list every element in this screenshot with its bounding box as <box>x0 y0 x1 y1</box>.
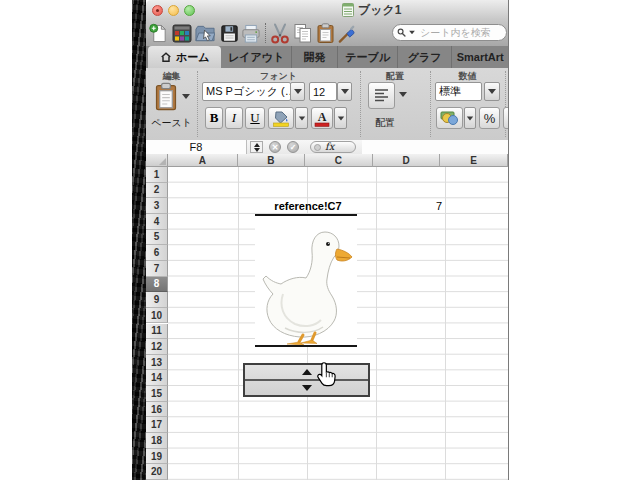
fill-color-icon <box>272 110 290 127</box>
currency-style-button[interactable] <box>436 107 463 129</box>
column-header-B[interactable]: B <box>238 154 306 167</box>
paste-button[interactable] <box>154 82 178 112</box>
row-header-5[interactable]: 5 <box>146 230 168 246</box>
row-header-15[interactable]: 15 <box>146 386 168 402</box>
cancel-entry-icon[interactable]: ✕ <box>269 141 281 153</box>
row-header-12[interactable]: 12 <box>146 339 168 355</box>
currency-caret[interactable] <box>464 107 476 129</box>
tab-home-label: ホーム <box>176 46 210 68</box>
svg-text:A: A <box>318 110 327 124</box>
open-icon[interactable] <box>195 23 215 44</box>
column-header-E[interactable]: E <box>440 154 508 167</box>
italic-button[interactable]: I <box>225 107 243 129</box>
font-color-caret[interactable] <box>334 107 347 129</box>
excel-window: ブック1 <box>146 0 509 480</box>
row-header-10[interactable]: 10 <box>146 308 168 324</box>
copy-icon[interactable] <box>293 23 313 44</box>
alignment-caret[interactable] <box>399 92 407 97</box>
duck-picture[interactable] <box>255 214 357 347</box>
font-name-caret[interactable] <box>290 82 305 101</box>
format-painter-icon[interactable] <box>337 23 357 44</box>
row-header-13[interactable]: 13 <box>146 355 168 371</box>
print-icon[interactable] <box>241 23 261 44</box>
row-header-16[interactable]: 16 <box>146 402 168 418</box>
window-title: ブック1 <box>358 2 402 19</box>
cell-d3-value[interactable]: 7 <box>377 198 446 214</box>
search-icon <box>397 27 406 38</box>
new-document-icon[interactable] <box>148 23 168 44</box>
number-format-caret[interactable] <box>484 82 500 101</box>
confirm-entry-icon[interactable]: ✓ <box>287 141 299 153</box>
spin-button[interactable] <box>243 363 370 397</box>
row-header-11[interactable]: 11 <box>146 324 168 340</box>
ribbon-tab-bar: ホーム レイアウト 開発 テーブル グラフ SmartArt <box>146 46 508 68</box>
row-header-20[interactable]: 20 <box>146 464 168 480</box>
paste-icon[interactable] <box>315 23 335 44</box>
fx-dot <box>314 144 321 151</box>
font-color-button[interactable]: A <box>311 107 333 129</box>
alignment-button-label: 配置 <box>360 116 410 130</box>
font-name-select[interactable]: MS Pゴシック (… <box>202 82 291 101</box>
name-box[interactable]: F8 <box>146 140 247 154</box>
number-format-select[interactable]: 標準 <box>435 82 482 101</box>
paste-button-label: ペースト <box>146 116 197 130</box>
tab-smartart[interactable]: SmartArt <box>452 46 508 68</box>
column-header-C[interactable]: C <box>305 154 373 167</box>
cell-b3-value[interactable]: reference!C7 <box>239 198 377 214</box>
font-size-select[interactable]: 12 <box>309 82 337 101</box>
comma-style-button[interactable]: , <box>503 107 509 129</box>
row-header-8[interactable]: 8 <box>146 277 168 293</box>
home-icon <box>160 51 172 63</box>
select-all-corner[interactable] <box>146 154 168 167</box>
title-bar[interactable]: ブック1 <box>146 0 508 21</box>
bold-button[interactable]: B <box>205 107 223 129</box>
alignment-button[interactable] <box>368 82 395 109</box>
tab-tables[interactable]: テーブル <box>338 46 398 68</box>
cut-icon[interactable] <box>270 23 290 44</box>
zoom-button[interactable] <box>184 5 195 16</box>
tab-developer[interactable]: 開発 <box>292 46 339 68</box>
document-icon <box>342 3 354 17</box>
search-scope-caret[interactable] <box>409 31 415 35</box>
save-icon[interactable] <box>219 23 239 44</box>
row-header-6[interactable]: 6 <box>146 245 168 261</box>
spin-down-arrow-icon[interactable] <box>302 385 312 391</box>
title-group: ブック1 <box>342 3 402 17</box>
paste-menu-caret[interactable] <box>182 94 190 99</box>
row-header-3[interactable]: 3 <box>146 198 168 214</box>
tab-home[interactable]: ホーム <box>148 46 221 68</box>
align-lines-icon <box>373 87 390 104</box>
column-header-A[interactable]: A <box>168 154 238 167</box>
row-header-4[interactable]: 4 <box>146 214 168 230</box>
fill-color-button[interactable] <box>268 107 294 129</box>
column-header-D[interactable]: D <box>373 154 441 167</box>
row-header-17[interactable]: 17 <box>146 417 168 433</box>
formula-bar: F8 ✕ ✓ fx <box>146 140 508 155</box>
row-header-7[interactable]: 7 <box>146 261 168 277</box>
percent-style-button[interactable]: % <box>479 107 500 129</box>
formula-input[interactable] <box>362 140 508 154</box>
row-header-19[interactable]: 19 <box>146 449 168 465</box>
spin-button-divider <box>245 379 368 381</box>
column-headers: A B C D E <box>168 154 508 167</box>
template-gallery-icon[interactable] <box>172 23 192 44</box>
row-header-9[interactable]: 9 <box>146 292 168 308</box>
name-box-stepper[interactable] <box>250 141 263 153</box>
row-headers: 1234567891011121314151617181920 <box>146 167 168 480</box>
row-header-18[interactable]: 18 <box>146 433 168 449</box>
fill-color-caret[interactable] <box>295 107 308 129</box>
row-header-1[interactable]: 1 <box>146 167 168 183</box>
search-field[interactable] <box>392 24 507 41</box>
minimize-button[interactable] <box>168 5 179 16</box>
tab-charts[interactable]: グラフ <box>398 46 453 68</box>
insert-function-button[interactable]: fx <box>310 141 356 153</box>
tab-layout[interactable]: レイアウト <box>221 46 291 68</box>
font-size-caret[interactable] <box>337 82 352 101</box>
fx-label: fx <box>325 142 334 152</box>
row-header-2[interactable]: 2 <box>146 183 168 199</box>
spin-up-arrow-icon[interactable] <box>302 369 312 375</box>
row-header-14[interactable]: 14 <box>146 370 168 386</box>
search-input[interactable] <box>418 26 502 39</box>
underline-button[interactable]: U <box>245 107 265 129</box>
close-button[interactable] <box>152 5 163 16</box>
